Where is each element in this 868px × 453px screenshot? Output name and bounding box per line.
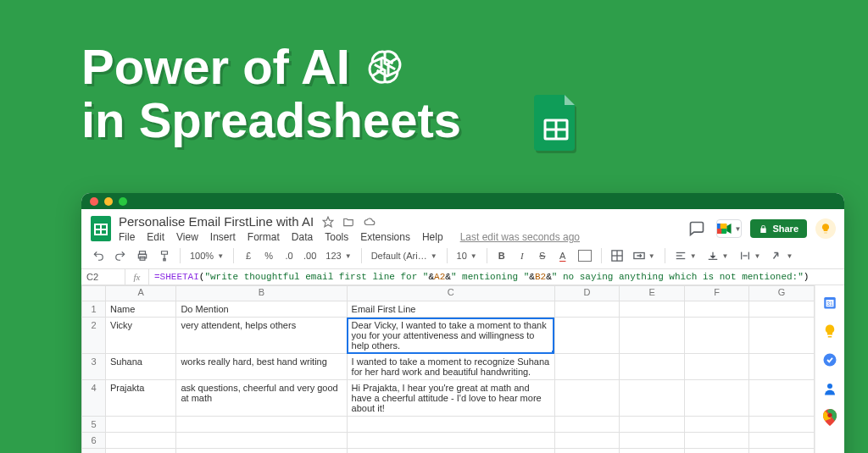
row-header[interactable]: 4: [82, 380, 106, 417]
cell[interactable]: [749, 354, 815, 380]
star-icon[interactable]: [322, 216, 334, 228]
cell[interactable]: [106, 417, 176, 433]
col-header-E[interactable]: E: [620, 286, 685, 301]
cell[interactable]: [620, 417, 685, 433]
cell[interactable]: [684, 318, 749, 354]
cell[interactable]: [620, 449, 685, 454]
cell[interactable]: [749, 417, 815, 433]
menu-help[interactable]: Help: [422, 231, 443, 243]
cell[interactable]: [620, 318, 685, 354]
window-close-button[interactable]: [90, 197, 98, 206]
cell[interactable]: [749, 318, 815, 354]
window-minimize-button[interactable]: [104, 197, 113, 206]
row-header[interactable]: 5: [82, 417, 106, 433]
row-header[interactable]: 3: [82, 354, 106, 380]
redo-icon[interactable]: [112, 246, 129, 265]
horizontal-align-button[interactable]: ▼: [672, 246, 699, 265]
document-title[interactable]: Personalise Email FirstLine with AI: [119, 214, 314, 229]
cell[interactable]: [684, 354, 749, 380]
merge-cells-button[interactable]: ▼: [631, 246, 658, 265]
cell[interactable]: [620, 354, 685, 380]
cell[interactable]: Name: [106, 301, 176, 318]
menu-insert[interactable]: Insert: [210, 231, 236, 243]
cell[interactable]: [347, 433, 554, 449]
increase-decimal-button[interactable]: .00: [302, 246, 318, 265]
text-rotation-button[interactable]: ▼: [768, 246, 795, 265]
cell[interactable]: [554, 354, 620, 380]
row-header[interactable]: 1: [82, 301, 106, 318]
window-zoom-button[interactable]: [119, 197, 127, 206]
menu-edit[interactable]: Edit: [147, 231, 164, 243]
last-edit-link[interactable]: Last edit was seconds ago: [460, 231, 580, 243]
comment-history-icon[interactable]: [686, 218, 708, 240]
cell[interactable]: [176, 433, 347, 449]
cell[interactable]: Hi Prajakta, I hear you're great at math…: [347, 380, 554, 417]
strikethrough-button[interactable]: S: [535, 246, 550, 265]
maps-addon-icon[interactable]: [821, 409, 838, 426]
cell[interactable]: [176, 449, 347, 454]
cell[interactable]: [684, 380, 749, 417]
format-currency-button[interactable]: £: [241, 246, 256, 265]
col-header-G[interactable]: G: [749, 286, 815, 301]
cell[interactable]: works really hard, best hand writing: [176, 354, 347, 380]
tasks-addon-icon[interactable]: [821, 351, 838, 368]
select-all-corner[interactable]: [82, 286, 106, 301]
cell[interactable]: [749, 433, 815, 449]
print-icon[interactable]: [134, 246, 151, 265]
move-folder-icon[interactable]: [342, 216, 354, 228]
keep-addon-icon[interactable]: [821, 323, 838, 340]
cell[interactable]: Vicky: [106, 318, 176, 354]
cell[interactable]: [684, 433, 749, 449]
meet-button[interactable]: ▼: [716, 219, 742, 238]
cell[interactable]: [176, 417, 347, 433]
col-header-A[interactable]: A: [106, 286, 176, 301]
cell[interactable]: [554, 380, 620, 417]
decrease-decimal-button[interactable]: .0: [281, 246, 297, 265]
row-header[interactable]: 7: [82, 449, 106, 454]
cell[interactable]: [347, 449, 554, 454]
cell[interactable]: [106, 433, 176, 449]
col-header-B[interactable]: B: [176, 286, 347, 301]
bold-button[interactable]: B: [494, 246, 509, 265]
cell[interactable]: Do Mention: [176, 301, 347, 318]
cell[interactable]: [620, 380, 685, 417]
cell[interactable]: [554, 301, 620, 318]
italic-button[interactable]: I: [515, 246, 530, 265]
col-header-C[interactable]: C: [347, 286, 554, 301]
formula-input[interactable]: =SHEETAI("write thoughtful email first l…: [149, 269, 844, 285]
cell[interactable]: [749, 449, 815, 454]
col-header-F[interactable]: F: [684, 286, 749, 301]
sheets-doc-icon[interactable]: [90, 214, 112, 243]
cell[interactable]: [684, 449, 749, 454]
menu-view[interactable]: View: [176, 231, 198, 243]
cell[interactable]: I wanted to take a moment to recognize S…: [347, 354, 554, 380]
borders-button[interactable]: [609, 246, 626, 265]
cell[interactable]: [554, 449, 620, 454]
name-box[interactable]: C2: [81, 269, 125, 285]
row-header[interactable]: 6: [82, 433, 106, 449]
row-header[interactable]: 2: [82, 318, 106, 354]
menu-tools[interactable]: Tools: [325, 231, 348, 243]
cell[interactable]: ask questions, cheerful and very good at…: [176, 380, 347, 417]
cell[interactable]: [749, 301, 815, 318]
cell-selected[interactable]: Dear Vicky, I wanted to take a moment to…: [347, 318, 554, 354]
cell[interactable]: [684, 417, 749, 433]
cell[interactable]: very attendent, helps others: [176, 318, 347, 354]
cell[interactable]: [554, 417, 620, 433]
cell[interactable]: [554, 433, 620, 449]
col-header-D[interactable]: D: [554, 286, 620, 301]
number-format-select[interactable]: 123▼: [323, 246, 353, 265]
vertical-align-button[interactable]: ▼: [704, 246, 732, 265]
spreadsheet-grid[interactable]: A B C D E F G 1 Name Do Mention Email Fi…: [81, 285, 815, 453]
share-button[interactable]: Share: [750, 219, 807, 238]
cell[interactable]: Suhana: [106, 354, 176, 380]
sheetai-sidebar-icon[interactable]: [815, 218, 836, 239]
undo-icon[interactable]: [90, 246, 107, 265]
font-family-select[interactable]: Default (Ari…▼: [369, 246, 440, 265]
cell[interactable]: [106, 449, 176, 454]
menu-file[interactable]: File: [119, 231, 135, 243]
zoom-select[interactable]: 100%▼: [187, 246, 226, 265]
menu-format[interactable]: Format: [248, 231, 280, 243]
fill-color-button[interactable]: [576, 246, 594, 265]
cloud-status-icon[interactable]: [363, 216, 376, 228]
